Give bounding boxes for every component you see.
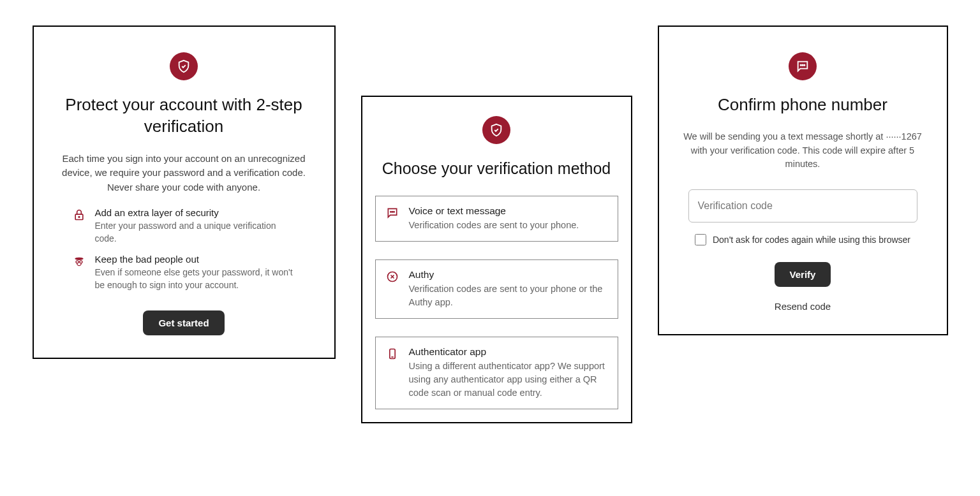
shield-check-icon — [170, 52, 198, 80]
method-authenticator[interactable]: Authenticator app Using a different auth… — [375, 337, 618, 409]
panel-title: Confirm phone number — [678, 94, 928, 116]
method-subtitle: Using a different authenticator app? We … — [409, 360, 607, 400]
shield-check-icon — [482, 116, 510, 144]
verify-button[interactable]: Verify — [775, 262, 831, 287]
lock-icon — [72, 207, 86, 245]
panel-description: Each time you sign into your account on … — [53, 152, 315, 195]
svg-point-12 — [802, 64, 803, 65]
method-title: Authy — [409, 269, 607, 281]
method-list: Voice or text message Verification codes… — [375, 196, 618, 409]
method-title: Authenticator app — [409, 346, 607, 358]
get-started-button[interactable]: Get started — [143, 310, 224, 335]
verification-code-input[interactable] — [688, 189, 917, 222]
svg-point-1 — [78, 217, 80, 218]
svg-point-5 — [390, 211, 390, 212]
feature-subtitle: Enter your password and a unique verific… — [95, 220, 296, 245]
intro-panel: Protect your account with 2-step verific… — [33, 26, 336, 359]
svg-point-13 — [804, 64, 805, 65]
svg-point-4 — [79, 261, 82, 263]
feature-title: Keep the bad people out — [95, 254, 296, 265]
authy-icon — [386, 269, 400, 309]
method-authy[interactable]: Authy Verification codes are sent to you… — [375, 259, 618, 319]
resend-code-link[interactable]: Resend code — [678, 301, 928, 312]
phone-icon — [386, 346, 400, 400]
message-icon — [789, 52, 817, 80]
svg-point-3 — [76, 261, 78, 263]
svg-point-11 — [801, 64, 801, 65]
svg-point-7 — [393, 211, 394, 212]
panel-title: Protect your account with 2-step verific… — [53, 94, 315, 138]
method-subtitle: Verification codes are sent to your phon… — [409, 282, 607, 309]
svg-point-6 — [392, 211, 392, 212]
checkbox-label: Don't ask for codes again while using th… — [713, 235, 910, 245]
message-icon — [386, 205, 400, 232]
remember-browser-row[interactable]: Don't ask for codes again while using th… — [678, 234, 928, 245]
method-voice-text[interactable]: Voice or text message Verification codes… — [375, 196, 618, 242]
method-title: Voice or text message — [409, 205, 579, 217]
panel-title: Choose your verification method — [375, 158, 618, 179]
feature-item: Keep the bad people out Even if someone … — [72, 254, 296, 291]
method-panel: Choose your verification method Voice or… — [361, 96, 632, 423]
method-subtitle: Verification codes are sent to your phon… — [409, 219, 579, 232]
panel-description: We will be sending you a text message sh… — [678, 130, 928, 171]
feature-title: Add an extra layer of security — [95, 207, 296, 218]
confirm-panel: Confirm phone number We will be sending … — [658, 26, 948, 335]
feature-subtitle: Even if someone else gets your password,… — [95, 266, 296, 291]
remember-browser-checkbox[interactable] — [695, 234, 706, 245]
spy-icon — [72, 254, 86, 291]
feature-list: Add an extra layer of security Enter you… — [53, 207, 315, 291]
svg-point-2 — [75, 258, 83, 260]
feature-item: Add an extra layer of security Enter you… — [72, 207, 296, 245]
